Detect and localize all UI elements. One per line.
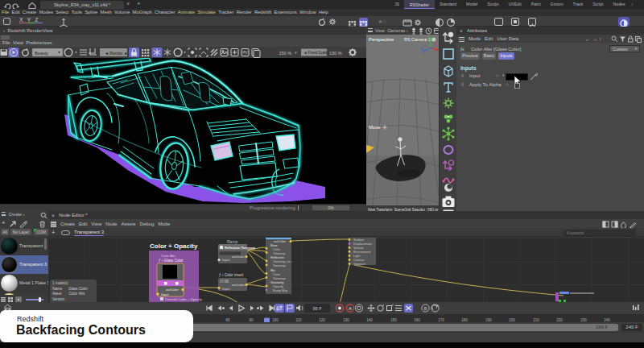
svg-text:Tonemap: Tonemap — [273, 264, 286, 267]
svg-text:Color Abs: Color Abs — [161, 254, 175, 258]
svg-text:Perspective: Perspective — [369, 37, 394, 42]
svg-text:◄ Render ►: ◄ Render ► — [105, 51, 128, 56]
svg-text:ƒ › Color Invert: ƒ › Color Invert — [219, 273, 244, 277]
svg-text:Surface: Surface — [353, 238, 364, 242]
svg-text:Move: Move — [369, 125, 381, 130]
svg-text:Color: Color — [273, 248, 281, 251]
svg-text:Controls Color + Opacity: Controls Color + Opacity — [165, 297, 203, 301]
svg-text:Z: Z — [420, 47, 423, 51]
svg-text:Y: Y — [427, 35, 430, 39]
svg-text:Input: Input — [161, 292, 169, 296]
svg-text:outColor: outColor — [166, 288, 179, 292]
svg-text:Mix: Mix — [270, 269, 275, 272]
svg-text:PV: PV — [243, 51, 248, 55]
svg-text:outColor: outColor — [232, 283, 245, 287]
svg-text:Tonemap_us...: Tonemap_us... — [273, 260, 293, 263]
svg-text:outColor: outColor — [232, 255, 245, 259]
svg-text:Beauty: Beauty — [35, 51, 48, 56]
svg-text:99 F: 99 F — [312, 306, 322, 311]
svg-text:Tonemap: Tonemap — [273, 252, 286, 255]
svg-text:Geometry: Geometry — [270, 281, 284, 284]
svg-text:Reflection: Reflection — [270, 256, 284, 259]
svg-text:Input: Input — [222, 287, 230, 291]
svg-text:Input: Input — [222, 258, 230, 262]
svg-text:130 %: 130 % — [329, 51, 342, 56]
svg-text:outColor: outColor — [274, 239, 287, 243]
svg-text:Volume: Volume — [353, 246, 364, 250]
svg-text:Color: Color — [273, 273, 281, 276]
svg-text:Displacement: Displacement — [353, 242, 373, 246]
svg-text:X: X — [434, 43, 436, 47]
svg-text:Opacity: Opacity — [273, 285, 283, 288]
svg-text:B: B — [424, 306, 427, 311]
svg-text:Contour: Contour — [353, 259, 365, 262]
svg-text:Reflection Tonemap: Reflection Tonemap — [225, 246, 255, 250]
svg-text:Color + Opacity: Color + Opacity — [150, 242, 198, 250]
svg-text:150 %: 150 % — [279, 51, 292, 56]
svg-text:Ramp: Ramp — [227, 239, 238, 244]
svg-text:ƒ › Glass Color: ƒ › Glass Color — [159, 259, 184, 263]
svg-text:Environment: Environment — [353, 251, 371, 254]
svg-text:Bump Map: Bump Map — [273, 289, 287, 292]
svg-text:Base: Base — [270, 244, 278, 247]
svg-text:A: A — [349, 306, 352, 311]
svg-text:Viewport: Viewport — [353, 263, 366, 266]
svg-text:Tonemap: Tonemap — [273, 277, 286, 280]
svg-text:Light: Light — [353, 255, 361, 258]
